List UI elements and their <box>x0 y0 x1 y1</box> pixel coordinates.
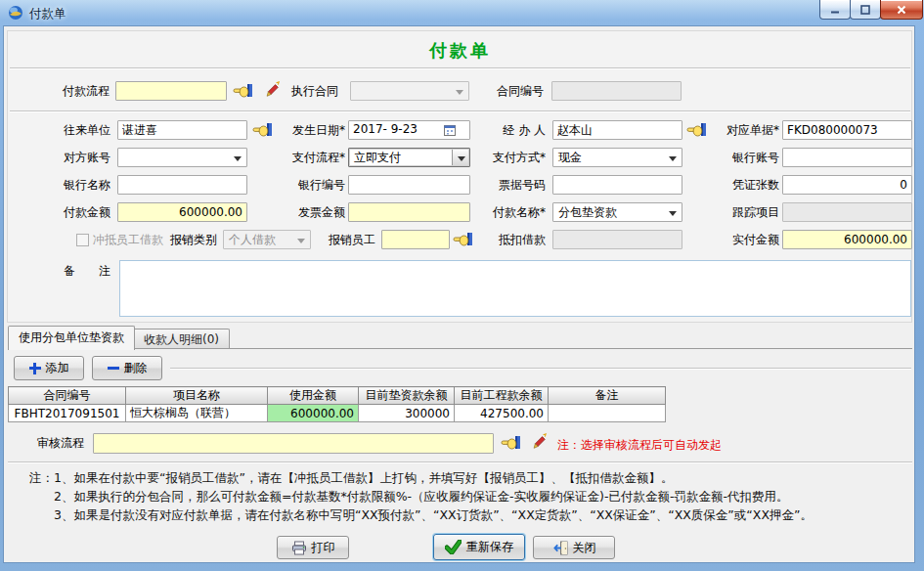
close-form-button[interactable]: 关闭 <box>533 536 615 559</box>
print-button[interactable]: 打印 <box>277 536 349 559</box>
occur-date-value: 2017- 9-23 <box>353 122 418 136</box>
payment-flow-label: 付款流程 <box>39 81 110 101</box>
counterparty-label: 往来单位 <box>18 120 110 140</box>
printer-icon <box>291 541 307 555</box>
bank-name-label: 银行名称 <box>18 175 110 195</box>
bill-no-label: 票据号码 <box>462 175 546 195</box>
remark-label: 备 注 <box>18 261 110 281</box>
counter-account-combo[interactable] <box>117 148 247 167</box>
remark-textarea[interactable] <box>119 260 911 317</box>
counter-account-label: 对方账号 <box>18 148 110 167</box>
ref-doc-label: 对应单据* <box>694 120 779 140</box>
pay-method-value: 现金 <box>558 151 582 164</box>
cell-used-amount[interactable]: 600000.00 <box>268 405 359 422</box>
maximize-button[interactable] <box>850 0 881 20</box>
ref-doc-input[interactable] <box>782 120 912 140</box>
close-button[interactable] <box>880 0 923 20</box>
cell-contract-no[interactable]: FBHT2017091501 <box>9 405 126 422</box>
col-remark: 备注 <box>549 387 666 405</box>
note-line-1: 注：1、如果在付款中要“报销员工借款”，请在【冲抵员工借款】上打钩，并填写好【报… <box>29 470 673 487</box>
pay-amount-input[interactable] <box>117 202 247 222</box>
audit-flow-input[interactable] <box>93 433 494 454</box>
chevron-down-icon <box>669 211 677 216</box>
chevron-down-icon <box>234 156 242 161</box>
deduct-loan-label: 抵扣借款 <box>462 230 546 249</box>
bank-account-label: 银行账号 <box>694 148 779 167</box>
delete-button-label: 删除 <box>124 360 148 376</box>
bank-no-input[interactable] <box>348 175 470 195</box>
payment-flow-input[interactable] <box>115 81 227 101</box>
title-bar[interactable]: 付款单 <box>0 0 924 25</box>
pick-hand-icon[interactable] <box>233 82 254 100</box>
cell-advance-balance[interactable]: 300000 <box>359 405 455 422</box>
agent-label: 经 办 人 <box>462 120 546 140</box>
contract-no-label: 合同编号 <box>489 81 544 101</box>
bank-account-input[interactable] <box>782 148 912 167</box>
check-icon <box>445 540 462 554</box>
col-project-balance: 目前工程款余额 <box>455 387 549 405</box>
separator <box>10 110 910 112</box>
edit-pen-icon[interactable] <box>529 433 549 451</box>
pay-name-label: 付款名称* <box>462 202 546 222</box>
audit-flow-label: 审核流程 <box>27 433 84 453</box>
pay-name-value: 分包垫资款 <box>558 205 617 219</box>
track-project-input <box>782 202 912 222</box>
offset-loan-checkbox <box>76 234 89 246</box>
tab-label: 使用分包单位垫资款 <box>19 330 124 344</box>
actual-amount-input[interactable] <box>782 230 912 249</box>
separator <box>10 67 910 69</box>
print-button-label: 打印 <box>312 540 335 556</box>
edit-pen-icon[interactable] <box>262 81 282 99</box>
col-advance-balance: 目前垫资款余额 <box>359 387 455 405</box>
pay-method-combo[interactable]: 现金 <box>552 148 682 167</box>
delete-button[interactable]: 删除 <box>92 356 162 380</box>
minimize-button[interactable] <box>819 0 851 20</box>
separator <box>170 368 911 370</box>
bank-name-input[interactable] <box>117 175 247 195</box>
invoice-amount-input[interactable] <box>348 202 470 222</box>
pay-flow-value: 立即支付 <box>354 151 401 164</box>
close-form-button-label: 关闭 <box>573 540 596 556</box>
table-header-row: 合同编号 项目名称 使用金额 目前垫资款余额 目前工程款余额 备注 <box>9 387 666 405</box>
calendar-icon <box>444 124 456 136</box>
tab-subcontract-advance[interactable]: 使用分包单位垫资款 <box>8 326 135 350</box>
cell-remark[interactable] <box>549 405 666 422</box>
chevron-down-icon <box>297 239 305 243</box>
track-project-label: 跟踪项目 <box>694 202 779 222</box>
minus-icon <box>108 363 119 374</box>
payment-order-window: 付款单 付款单 付款流程 执行合同 合同编号 往来单位 <box>0 0 924 571</box>
agent-input[interactable] <box>552 120 682 140</box>
tab-label: 收款人明细(0) <box>144 332 219 346</box>
pay-amount-label: 付款金额 <box>18 202 110 222</box>
pay-flow-combo[interactable]: 立即支付 <box>348 148 470 167</box>
exec-contract-combo <box>350 81 469 101</box>
occur-date-picker[interactable]: 2017- 9-23 <box>348 120 470 140</box>
tab-strip-line <box>8 348 912 349</box>
bill-no-input[interactable] <box>552 175 682 195</box>
pick-hand-icon[interactable] <box>501 434 522 452</box>
add-button[interactable]: 添加 <box>14 356 84 380</box>
advance-usage-table: 合同编号 项目名称 使用金额 目前垫资款余额 目前工程款余额 备注 FBHT20… <box>8 386 666 422</box>
cell-project-balance[interactable]: 427500.00 <box>455 405 549 422</box>
tab-payee-detail[interactable]: 收款人明细(0) <box>133 329 230 349</box>
expense-emp-input[interactable] <box>381 230 450 249</box>
save-button[interactable]: 重新保存 <box>433 534 525 560</box>
exec-contract-label: 执行合同 <box>286 81 338 101</box>
table-row[interactable]: FBHT2017091501 恒大棕榈岛（联营） 600000.00 30000… <box>9 405 666 422</box>
col-contract-no: 合同编号 <box>9 387 126 405</box>
expense-type-combo: 个人借款 <box>223 230 311 249</box>
pay-flow-label: 支付流程* <box>262 148 345 167</box>
pay-name-combo[interactable]: 分包垫资款 <box>552 202 682 222</box>
col-used-amount: 使用金额 <box>268 387 359 405</box>
chevron-down-icon <box>669 156 677 161</box>
voucher-count-label: 凭证张数 <box>694 175 779 195</box>
occur-date-label: 发生日期* <box>262 120 345 140</box>
col-project-name: 项目名称 <box>126 387 268 405</box>
actual-amount-label: 实付金额 <box>694 230 779 249</box>
counterparty-input[interactable] <box>117 120 247 140</box>
voucher-count-input[interactable] <box>782 175 912 195</box>
cell-project-name[interactable]: 恒大棕榈岛（联营） <box>126 405 268 422</box>
audit-hint: 注：选择审核流程后可自动发起 <box>557 437 722 454</box>
expense-type-label: 报销类别 <box>156 230 217 249</box>
expense-emp-label: 报销员工 <box>319 230 375 249</box>
